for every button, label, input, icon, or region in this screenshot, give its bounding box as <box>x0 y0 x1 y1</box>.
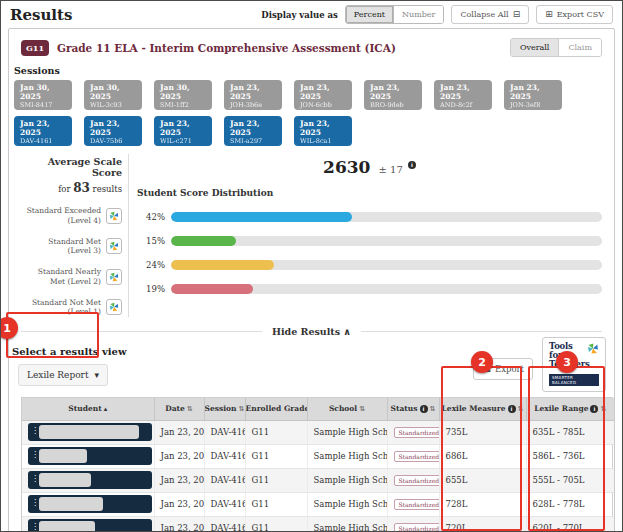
lexile-range-cell: 620L - 770L <box>526 516 614 532</box>
session-button[interactable]: Jan 23, 2025 WIL-8ca1 <box>294 116 352 146</box>
info-icon[interactable]: i <box>408 161 416 169</box>
row-menu-icon[interactable]: ⋮ <box>31 425 39 438</box>
tools-for-teachers-logo[interactable]: Tools for Teachers SMARTER BALANCED <box>542 337 606 392</box>
session-button[interactable]: Jan 23, 2025 JON-3ef8 <box>504 80 562 110</box>
column-header-session[interactable]: Session⇅ <box>204 398 245 420</box>
column-header-student[interactable]: Student▴ <box>22 398 154 420</box>
distribution-bar-row: 42% <box>137 212 602 222</box>
redacted-student-name: ⋮ <box>28 519 152 532</box>
bar-fill <box>171 284 253 294</box>
session-button[interactable]: Jan 23, 2025 AND-8c2f <box>434 80 492 110</box>
info-icon[interactable]: i <box>590 405 598 413</box>
bar-track <box>171 284 602 294</box>
session-date: Jan 23, 2025 <box>440 83 492 101</box>
grade-cell: G11 <box>245 516 307 532</box>
results-view-dropdown[interactable]: Lexile Report ▾ <box>18 364 108 386</box>
session-code: JON-6cbb <box>300 101 352 109</box>
average-scale-score-label: Average Scale Score <box>21 156 122 178</box>
row-menu-icon[interactable]: ⋮ <box>31 497 39 510</box>
table-row: ⋮ Jan 23, 2025 DAV-4161 G11 Sample High … <box>22 492 614 516</box>
session-date: Jan 30, 2025 <box>90 83 142 101</box>
level-label: Standard Nearly Met (Level 2) <box>23 267 101 287</box>
hide-results-link[interactable]: Hide Results ∧ <box>272 326 351 337</box>
claim-button[interactable]: Claim <box>559 39 601 56</box>
tools-for-teachers-resource-button[interactable] <box>106 299 122 315</box>
status-badge: Standardized <box>394 475 440 486</box>
error-margin: ± 17 <box>379 164 403 175</box>
average-score-line: 2630 ± 17 i <box>137 157 602 177</box>
school-cell: Sample High School <box>307 468 387 492</box>
status-cell: Standardized <box>387 492 439 516</box>
status-badge: Standardized <box>394 499 440 510</box>
session-code: SMI-a297 <box>230 137 282 145</box>
status-badge: Standardized <box>394 523 440 532</box>
name-blur-patch <box>39 425 139 439</box>
info-icon[interactable]: i <box>508 405 516 413</box>
column-header-enrolled-grade[interactable]: Enrolled Grade⇅ <box>245 398 307 420</box>
name-blur-patch <box>39 473 91 487</box>
overall-button[interactable]: Overall <box>511 39 560 56</box>
session-code: JON-3ef8 <box>510 101 562 109</box>
pinwheel-icon <box>587 342 599 355</box>
column-header-lexile-measure[interactable]: Lexile Measurei⇅ <box>439 398 526 420</box>
hide-results-divider: Hide Results ∧ <box>21 326 602 337</box>
level-label: Standard Not Met (Level 1) <box>23 298 101 318</box>
date-cell: Jan 23, 2025 <box>154 492 204 516</box>
session-date: Jan 23, 2025 <box>20 119 72 137</box>
session-cell: DAV-4161 <box>204 492 245 516</box>
cloud-download-icon: ☁ <box>482 365 491 374</box>
pinwheel-icon <box>109 302 119 312</box>
percent-button[interactable]: Percent <box>346 6 394 23</box>
session-date: Jan 30, 2025 <box>20 83 72 101</box>
chevron-down-icon: ▾ <box>95 371 100 380</box>
collapse-all-button[interactable]: Collapse All ⊟ <box>451 5 529 24</box>
top-bar: Results Display value as Percent Number … <box>1 1 622 27</box>
level-row: Standard Met (Level 3) <box>21 237 122 257</box>
column-header-date[interactable]: Date⇅ <box>154 398 204 420</box>
session-button[interactable]: Jan 23, 2025 JOH-3b6e <box>224 80 282 110</box>
assessment-title: Grade 11 ELA - Interim Comprehensive Ass… <box>57 42 510 54</box>
session-button[interactable]: Jan 30, 2025 SMI-1ff2 <box>154 80 212 110</box>
results-view-row: Select a results view Lexile Report ▾ ☁ … <box>21 337 602 397</box>
export-button[interactable]: ☁ Export <box>473 358 533 380</box>
column-header-lexile-range[interactable]: Lexile Rangei⇅ <box>526 398 614 420</box>
row-menu-icon[interactable]: ⋮ <box>31 449 39 462</box>
tools-for-teachers-resource-button[interactable] <box>106 269 122 285</box>
distribution-bar-row: 24% <box>137 260 602 270</box>
level-row: Standard Not Met (Level 1) <box>21 298 122 318</box>
bar-fill <box>171 236 236 246</box>
tools-for-teachers-resource-button[interactable] <box>106 238 122 254</box>
session-date: Jan 23, 2025 <box>160 119 212 137</box>
bar-track <box>171 260 602 270</box>
number-button[interactable]: Number <box>394 6 443 23</box>
session-button[interactable]: Jan 23, 2025 WIL-c271 <box>154 116 212 146</box>
session-button[interactable]: Jan 23, 2025 JON-6cbb <box>294 80 352 110</box>
level-row: Standard Nearly Met (Level 2) <box>21 267 122 287</box>
distribution-title: Student Score Distribution <box>137 188 602 198</box>
table-row: ⋮ Jan 23, 2025 DAV-4161 G11 Sample High … <box>22 420 614 444</box>
export-csv-button[interactable]: ⊞ Export CSV <box>536 5 613 24</box>
column-header-status[interactable]: Statusi⇅ <box>387 398 439 420</box>
redacted-student-name: ⋮ <box>28 471 152 489</box>
session-button[interactable]: Jan 30, 2025 SMI-8417 <box>14 80 72 110</box>
redacted-student-name: ⋮ <box>28 447 152 465</box>
session-button[interactable]: Jan 23, 2025 DAV-75b6 <box>84 116 142 146</box>
session-button[interactable]: Jan 23, 2025 SMI-a297 <box>224 116 282 146</box>
info-icon[interactable]: i <box>420 405 428 413</box>
session-button[interactable]: Jan 23, 2025 BRO-9deb <box>364 80 422 110</box>
session-button[interactable]: Jan 23, 2025 DAV-4161 <box>14 116 72 146</box>
smarter-balanced-badge: SMARTER BALANCED <box>549 374 599 386</box>
row-menu-icon[interactable]: ⋮ <box>31 521 39 532</box>
status-badge: Standardized <box>394 451 440 462</box>
results-view-label: Select a results view <box>12 346 127 357</box>
session-code: JOH-3b6e <box>230 101 282 109</box>
session-button[interactable]: Jan 30, 2025 WIL-3c93 <box>84 80 142 110</box>
tools-for-teachers-resource-button[interactable] <box>106 208 122 224</box>
session-cell: DAV-4161 <box>204 420 245 444</box>
session-code: BRO-9deb <box>370 101 422 109</box>
bar-track <box>171 212 602 222</box>
row-menu-icon[interactable]: ⋮ <box>31 473 39 486</box>
lexile-range-cell: 586L - 736L <box>526 444 614 468</box>
column-header-school[interactable]: School⇅ <box>307 398 387 420</box>
level-row: Standard Exceeded (Level 4) <box>21 206 122 226</box>
